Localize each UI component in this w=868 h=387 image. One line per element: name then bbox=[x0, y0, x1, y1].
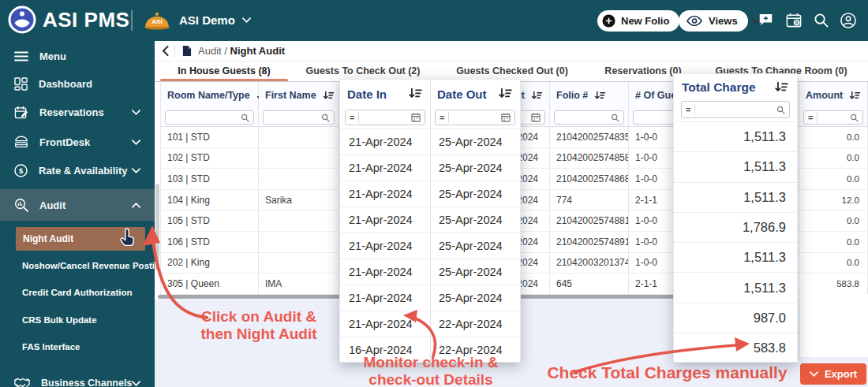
cell-date-out: 25-Apr-2024 bbox=[430, 233, 520, 259]
sort-icon[interactable] bbox=[531, 91, 543, 101]
sidebar-item-rate-availability[interactable]: $ Rate & Availability bbox=[0, 156, 155, 184]
sidebar-item-frontdesk[interactable]: FrontDesk bbox=[0, 128, 155, 156]
sidebar-item-dashboard[interactable]: Dashboard bbox=[0, 69, 155, 98]
column-label: Date In bbox=[347, 87, 387, 101]
sidebar-item-reservations[interactable]: Reservations bbox=[0, 98, 155, 126]
callout-charge-row[interactable]: 1,511.3 bbox=[674, 272, 797, 302]
annotation-line: Check Total Charges manually bbox=[543, 364, 791, 381]
equals-operator[interactable]: = bbox=[440, 112, 449, 123]
folio-filter-input[interactable] bbox=[554, 110, 624, 125]
cell-amount: 0.0 bbox=[799, 148, 868, 169]
date-in-filter-input[interactable]: = bbox=[345, 110, 425, 125]
callout-header-total-charge[interactable]: Total Charge bbox=[674, 74, 797, 98]
callout-charge-row[interactable]: 1,786.9 bbox=[674, 212, 797, 242]
tab-guests-to-check-out[interactable]: Guests To Check Out (2) bbox=[306, 65, 421, 76]
annotation-audit: Click on Audit & then Night Audit bbox=[188, 308, 330, 343]
callout-filter-row: = bbox=[674, 98, 797, 121]
calendar-icon[interactable] bbox=[531, 113, 541, 122]
cell-first-name bbox=[259, 127, 339, 147]
sidebar-subitem-label: Night Audit bbox=[23, 233, 73, 244]
total-charge-callout: Total Charge = 1,511.31,511.31,511.31,78… bbox=[673, 73, 798, 363]
tab-reservations[interactable]: Reservations (0) bbox=[604, 65, 681, 76]
amount-filter-input[interactable]: = bbox=[803, 110, 863, 125]
sidebar-subitem-crs-bulk-update[interactable]: CRS Bulk Update bbox=[22, 315, 140, 325]
chevron-down-icon bbox=[810, 371, 818, 377]
calendar-event-icon[interactable]: 0 bbox=[786, 13, 802, 28]
collapse-left-icon[interactable] bbox=[159, 46, 171, 56]
equals-operator[interactable]: = bbox=[350, 112, 359, 123]
export-button[interactable]: Export bbox=[800, 363, 866, 385]
reservations-icon bbox=[14, 106, 28, 119]
callout-charge-row[interactable]: 1,511.3 bbox=[674, 242, 797, 272]
sidebar-item-label: Reservations bbox=[39, 106, 104, 118]
cell-folio: 210420025748686 bbox=[550, 169, 629, 189]
first-name-filter-input[interactable] bbox=[263, 110, 335, 125]
new-folio-button[interactable]: New Folio bbox=[597, 10, 679, 32]
date-out-filter-input[interactable]: = bbox=[435, 110, 515, 125]
tab-in-house-guests[interactable]: In House Guests (8) bbox=[178, 65, 270, 76]
callout-charge-row[interactable]: 583.8 bbox=[674, 333, 797, 363]
sidebar-item-business-channels[interactable]: Business Channels bbox=[0, 369, 155, 387]
callout-header-date-out[interactable]: Date Out bbox=[430, 80, 520, 108]
feedback-icon[interactable] bbox=[758, 13, 773, 27]
property-name: ASI Demo bbox=[179, 13, 235, 27]
annotation-charges: Check Total Charges manually bbox=[543, 364, 791, 381]
search-icon bbox=[611, 113, 619, 122]
sidebar-subitem-credit-card-auth[interactable]: Credit Card Authorization bbox=[22, 288, 140, 297]
equals-operator[interactable]: = bbox=[686, 104, 695, 115]
svg-text:$: $ bbox=[19, 166, 24, 174]
sort-icon[interactable] bbox=[849, 91, 861, 101]
property-selector[interactable]: ASI ASI Demo bbox=[142, 8, 251, 32]
sidebar-item-label: FrontDesk bbox=[39, 136, 90, 148]
cell-date-out: 25-Apr-2024 bbox=[430, 285, 520, 311]
column-divider bbox=[430, 80, 431, 362]
dashboard-icon bbox=[14, 77, 28, 91]
sidebar-subitem-noshow-cancel[interactable]: Noshow/Cancel Revenue Posting bbox=[22, 261, 140, 270]
cell-room: 105 | STD bbox=[160, 210, 259, 231]
cell-amount: 0.0 bbox=[799, 127, 868, 147]
cell-date-out: 22-Apr-2024 bbox=[430, 311, 520, 337]
sort-icon[interactable] bbox=[594, 91, 606, 101]
column-label: Amount bbox=[806, 90, 843, 101]
annotation-line: Monitor check-in & bbox=[338, 354, 524, 371]
callout-charge-row[interactable]: 1,511.3 bbox=[674, 121, 797, 151]
sidebar-subitem-label: CRS Bulk Update bbox=[22, 315, 97, 325]
calendar-icon[interactable] bbox=[501, 113, 511, 122]
sort-icon[interactable] bbox=[323, 91, 335, 101]
cell-first-name bbox=[259, 253, 339, 274]
column-header-amount[interactable]: Amount bbox=[799, 82, 868, 109]
equals-operator[interactable]: = bbox=[808, 112, 817, 123]
column-label: Total Charge bbox=[682, 80, 756, 95]
vertical-scrollbar[interactable] bbox=[155, 184, 159, 270]
search-icon bbox=[776, 106, 785, 114]
views-button[interactable]: Views bbox=[679, 10, 748, 32]
sidebar-item-menu[interactable]: Menu bbox=[0, 42, 155, 70]
cell-room: 104 | King bbox=[160, 190, 259, 210]
sidebar-item-audit[interactable]: Audit bbox=[0, 189, 155, 221]
account-icon[interactable] bbox=[840, 13, 856, 28]
calendar-icon[interactable] bbox=[411, 113, 421, 122]
search-icon[interactable] bbox=[814, 13, 829, 28]
cell-folio: 210420025748913 bbox=[550, 232, 629, 252]
cell-folio: 774 bbox=[550, 190, 629, 210]
tab-guests-checked-out[interactable]: Guests Checked Out (0) bbox=[456, 65, 568, 76]
column-header-first-name[interactable]: First Name bbox=[259, 82, 339, 109]
callout-header-date-in[interactable]: Date In bbox=[340, 80, 430, 108]
cell-first-name bbox=[259, 210, 339, 231]
callout-charge-row[interactable]: 1,511.3 bbox=[674, 151, 797, 181]
callout-charge-row[interactable]: 987.0 bbox=[674, 303, 797, 333]
column-header-room[interactable]: Room Name/Type bbox=[160, 82, 259, 109]
cell-amount: 12.0 bbox=[799, 190, 868, 210]
sort-icon[interactable] bbox=[408, 87, 423, 100]
callout-charge-row[interactable]: 1,511.3 bbox=[674, 182, 797, 212]
room-filter-input[interactable] bbox=[165, 110, 254, 125]
cell-folio: 210420025748810 bbox=[550, 210, 629, 231]
sort-icon[interactable] bbox=[774, 81, 789, 94]
column-label: Date Out bbox=[437, 87, 487, 101]
total-charge-filter-input[interactable]: = bbox=[681, 101, 790, 118]
cell-date-out: 25-Apr-2024 bbox=[430, 181, 520, 207]
sidebar-subitem-fas-interface[interactable]: FAS Interface bbox=[22, 342, 140, 352]
column-label: First Name bbox=[265, 90, 316, 101]
sort-icon[interactable] bbox=[498, 87, 513, 100]
column-header-folio[interactable]: Folio # bbox=[550, 82, 629, 109]
